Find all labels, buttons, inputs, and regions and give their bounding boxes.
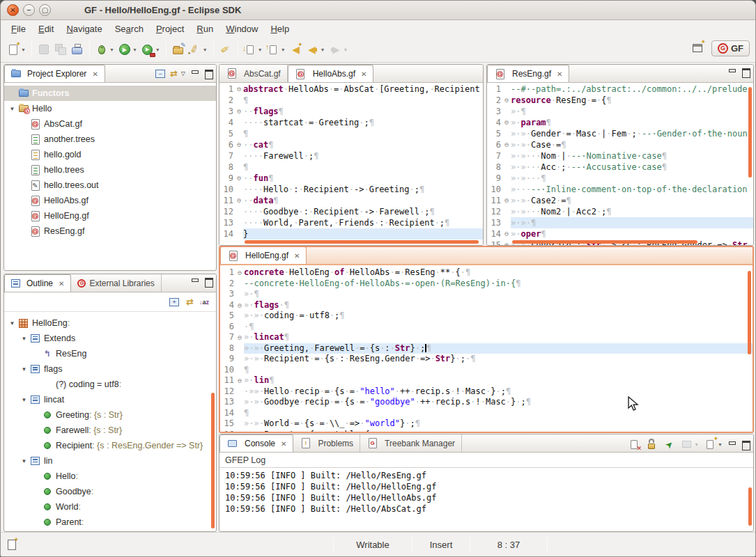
- link-with-editor-icon[interactable]: ⇄: [170, 68, 176, 79]
- tree-item-hello[interactable]: Hello :: [4, 469, 216, 484]
- maximize-editor-icon[interactable]: [741, 68, 750, 76]
- code-line-8[interactable]: 8»·»···Acc·;·--·Accusative·case¶: [487, 162, 753, 173]
- fold-marker-icon[interactable]: ⊖: [502, 240, 511, 245]
- tree-item-reseng-gf[interactable]: GResEng.gf: [4, 223, 216, 239]
- menu-run[interactable]: Run: [190, 22, 219, 36]
- pin-console-icon[interactable]: ➤: [663, 438, 675, 450]
- code-line-13[interactable]: 13»·»·¶: [487, 217, 753, 228]
- tree-item-parent[interactable]: Parent :: [4, 515, 216, 530]
- menu-search[interactable]: Search: [109, 22, 150, 36]
- tree-item-hello-trees[interactable]: hello.trees: [4, 162, 216, 178]
- minimize-icon[interactable]: [727, 441, 736, 448]
- code-line-2[interactable]: 2¶: [219, 95, 483, 106]
- fold-marker-icon[interactable]: ⊖: [236, 267, 244, 278]
- tab-helloabs-gf[interactable]: GHelloAbs.gf✕: [288, 65, 374, 82]
- code-line-1[interactable]: 1⊖concrete·HelloEng·of·HelloAbs·=·ResEng…: [220, 267, 753, 278]
- code-line-14[interactable]: 14⊖»·oper¶: [487, 228, 753, 240]
- tree-item-helloabs-gf[interactable]: GHelloAbs.gf: [4, 193, 216, 208]
- tab-external-libraries[interactable]: G External Libraries: [71, 274, 161, 292]
- code-line-8[interactable]: 8»·»·Greeting,·Farewell·=·{s·:·Str}·;¶: [220, 343, 753, 354]
- expand-arrow-icon[interactable]: ▼: [7, 320, 17, 327]
- code-line-5[interactable]: 5¶: [219, 128, 483, 139]
- fold-marker-icon[interactable]: ⊖: [236, 300, 244, 311]
- scrollbar-thumb[interactable]: [748, 87, 752, 178]
- fold-marker-icon[interactable]: ⊖: [235, 84, 243, 95]
- search-icon[interactable]: ✐●▼: [187, 41, 209, 58]
- fold-marker-icon[interactable]: ⊖: [235, 106, 243, 117]
- tab-project-explorer[interactable]: Project Explorer ✕: [4, 65, 105, 82]
- tree-item-lin[interactable]: ▼lin: [4, 453, 216, 469]
- tab-treebank-manager[interactable]: GTreebank Manager: [360, 434, 462, 452]
- fold-marker-icon[interactable]: ⊖: [236, 375, 244, 386]
- code-line-15[interactable]: 15»·»·World·=·{s·=·\\_·=>·"world"}·;¶: [220, 418, 753, 430]
- tree-item-extends[interactable]: ▼Extends: [4, 331, 216, 346]
- code-line-14[interactable]: 14}: [219, 228, 483, 240]
- menu-help[interactable]: Help: [264, 22, 295, 36]
- code-line-11[interactable]: 11⊖»·»·Case2·=¶: [487, 195, 753, 206]
- expand-arrow-icon[interactable]: ▼: [19, 366, 29, 372]
- save-all-icon[interactable]: [53, 41, 68, 58]
- next-annotation-icon[interactable]: ↓▼: [242, 41, 264, 58]
- tree-item-hello[interactable]: ▼GHello: [4, 101, 216, 116]
- tree-item-greeting[interactable]: Greeting : {s : Str}: [4, 407, 216, 423]
- debug-icon[interactable]: ✳▼: [94, 41, 116, 58]
- code-line-13[interactable]: 13»·»·Goodbye·recip·=·{s·=·"goodbye"·++·…: [220, 397, 753, 408]
- code-line-8[interactable]: 8¶: [219, 162, 483, 173]
- close-view-icon[interactable]: ✕: [59, 280, 64, 288]
- tree-item-helloeng-gf[interactable]: GHelloEng.gf: [4, 208, 216, 223]
- code-line-3[interactable]: 3»·¶: [487, 106, 753, 117]
- clear-console-icon[interactable]: ✕: [628, 438, 640, 450]
- fold-marker-icon[interactable]: ⊖: [502, 228, 511, 240]
- new-wizard-icon[interactable]: ✦▼: [6, 41, 27, 58]
- tree-item-abscat-gf[interactable]: GAbsCat.gf: [4, 116, 216, 132]
- back-icon[interactable]: ◀▼: [305, 41, 327, 58]
- code-line-2[interactable]: 2--concrete·HelloEng·of·HelloAbs·=·open·…: [220, 278, 753, 290]
- tab-problems[interactable]: !Problems: [293, 434, 360, 452]
- menu-file[interactable]: File: [5, 22, 32, 36]
- close-tab-icon[interactable]: ✕: [557, 70, 562, 78]
- sort-icon[interactable]: ↓az: [199, 299, 209, 306]
- close-view-icon[interactable]: ✕: [92, 70, 98, 78]
- menu-project[interactable]: Project: [150, 22, 190, 36]
- code-line-3[interactable]: 3»·¶: [220, 289, 753, 300]
- code-line-7[interactable]: 7⊖»·lincat¶: [220, 332, 753, 343]
- fold-marker-icon[interactable]: ⊖: [502, 95, 511, 106]
- view-menu-icon[interactable]: ▽: [181, 70, 185, 77]
- tree-item-hello-gold[interactable]: hello.gold: [4, 147, 216, 162]
- scroll-lock-icon[interactable]: [645, 438, 658, 450]
- code-line-9[interactable]: 9»·»···¶: [487, 173, 753, 184]
- menu-navigate[interactable]: Navigate: [60, 22, 108, 36]
- close-tab-icon[interactable]: ✕: [294, 252, 300, 260]
- code-line-5[interactable]: 5»·»·Gender·=·Masc·|·Fem·;·--·Gender·of·…: [487, 128, 753, 139]
- tree-item-farewell[interactable]: Farewell : {s : Str}: [4, 423, 216, 438]
- maximize-view-icon[interactable]: [204, 278, 213, 285]
- forward-icon[interactable]: ▶▼: [328, 41, 350, 58]
- menu-window[interactable]: Window: [219, 22, 264, 36]
- code-line-5[interactable]: 5»·»·coding·=·utf8·;¶: [220, 311, 753, 322]
- prev-annotation-icon[interactable]: ↑▼: [265, 41, 287, 58]
- tab-reseng-gf[interactable]: GResEng.gf✕: [487, 65, 569, 82]
- expand-all-icon[interactable]: ＋: [169, 298, 179, 306]
- code-line-10[interactable]: 10¶: [220, 365, 753, 376]
- minimize-window-icon[interactable]: –: [23, 4, 35, 16]
- fast-view-icon[interactable]: [8, 540, 16, 550]
- scrollbar-thumb[interactable]: [211, 393, 215, 528]
- tab-console[interactable]: Console✕: [219, 434, 293, 452]
- tree-item-world[interactable]: World :: [4, 499, 216, 515]
- tree-item-recipient[interactable]: Recipient : {s : ResEng.Gender => Str}: [4, 438, 216, 453]
- maximize-view-icon[interactable]: [204, 70, 213, 77]
- fold-marker-icon[interactable]: ⊖: [502, 117, 511, 128]
- code-line-9[interactable]: 9»·»·Recipient·=·{s·:·ResEng.Gender·=>·S…: [220, 354, 753, 365]
- scrollbar-thumb[interactable]: [748, 271, 751, 354]
- maximize-icon[interactable]: [741, 441, 750, 448]
- tree-item-reseng[interactable]: ↰ResEng: [4, 346, 216, 361]
- tree-item-flags[interactable]: ▼flags: [4, 361, 216, 377]
- close-window-icon[interactable]: ✕: [7, 4, 19, 16]
- title-bar[interactable]: ✕ – ▢ GF - Hello/HelloEng.gf - Eclipse S…: [1, 1, 755, 20]
- code-line-1[interactable]: 1--#·-path=.:../abstract:../common:../..…: [487, 84, 753, 95]
- code-line-14[interactable]: 14¶: [220, 408, 753, 419]
- expand-arrow-icon[interactable]: ▼: [19, 458, 29, 464]
- tree-item--coding-utf8[interactable]: (?) coding = utf8 :: [4, 377, 216, 392]
- fold-marker-icon[interactable]: ⊖: [235, 139, 243, 150]
- tree-item-goodbye[interactable]: Goodbye :: [4, 484, 216, 499]
